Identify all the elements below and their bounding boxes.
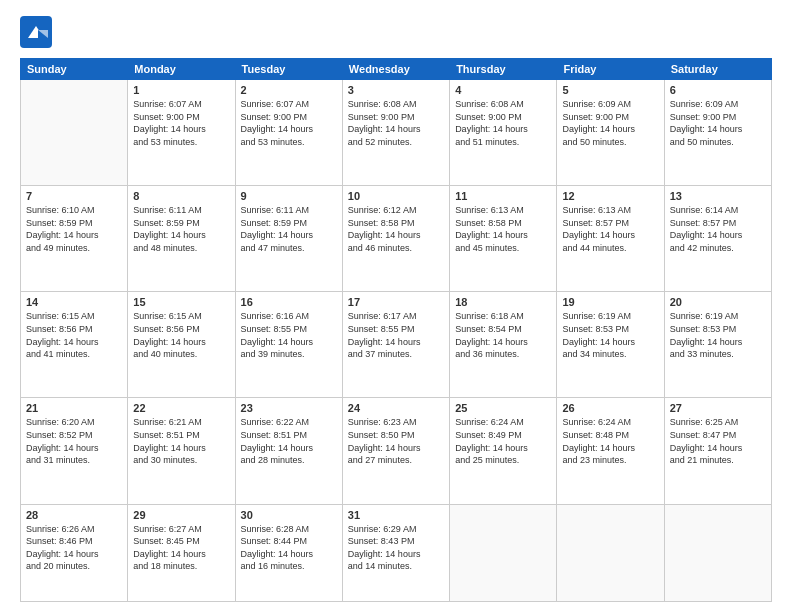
calendar-cell: 13Sunrise: 6:14 AMSunset: 8:57 PMDayligh… (664, 186, 771, 292)
sunset-text: Sunset: 8:59 PM (26, 218, 93, 228)
daylight-text2: and 53 minutes. (133, 137, 197, 147)
daylight-text2: and 14 minutes. (348, 561, 412, 571)
day-info: Sunrise: 6:22 AMSunset: 8:51 PMDaylight:… (241, 416, 337, 466)
daylight-text: Daylight: 14 hours (133, 124, 206, 134)
calendar-cell: 25Sunrise: 6:24 AMSunset: 8:49 PMDayligh… (450, 398, 557, 504)
sunrise-text: Sunrise: 6:20 AM (26, 417, 95, 427)
calendar-cell: 23Sunrise: 6:22 AMSunset: 8:51 PMDayligh… (235, 398, 342, 504)
day-number: 15 (133, 296, 229, 308)
day-info: Sunrise: 6:18 AMSunset: 8:54 PMDaylight:… (455, 310, 551, 360)
daylight-text: Daylight: 14 hours (26, 443, 99, 453)
day-number: 22 (133, 402, 229, 414)
calendar-cell: 2Sunrise: 6:07 AMSunset: 9:00 PMDaylight… (235, 80, 342, 186)
daylight-text2: and 39 minutes. (241, 349, 305, 359)
daylight-text2: and 36 minutes. (455, 349, 519, 359)
weekday-header: Tuesday (235, 59, 342, 80)
calendar-cell (664, 504, 771, 601)
daylight-text: Daylight: 14 hours (348, 549, 421, 559)
day-info: Sunrise: 6:19 AMSunset: 8:53 PMDaylight:… (670, 310, 766, 360)
sunrise-text: Sunrise: 6:11 AM (241, 205, 310, 215)
sunset-text: Sunset: 8:54 PM (455, 324, 522, 334)
sunset-text: Sunset: 8:57 PM (562, 218, 629, 228)
sunrise-text: Sunrise: 6:29 AM (348, 524, 417, 534)
daylight-text: Daylight: 14 hours (348, 230, 421, 240)
sunset-text: Sunset: 9:00 PM (670, 112, 737, 122)
day-info: Sunrise: 6:29 AMSunset: 8:43 PMDaylight:… (348, 523, 444, 573)
daylight-text2: and 27 minutes. (348, 455, 412, 465)
sunset-text: Sunset: 8:45 PM (133, 536, 200, 546)
calendar-cell: 24Sunrise: 6:23 AMSunset: 8:50 PMDayligh… (342, 398, 449, 504)
calendar-table: SundayMondayTuesdayWednesdayThursdayFrid… (20, 58, 772, 602)
calendar-cell: 8Sunrise: 6:11 AMSunset: 8:59 PMDaylight… (128, 186, 235, 292)
day-number: 3 (348, 84, 444, 96)
day-info: Sunrise: 6:21 AMSunset: 8:51 PMDaylight:… (133, 416, 229, 466)
weekday-header: Thursday (450, 59, 557, 80)
day-info: Sunrise: 6:12 AMSunset: 8:58 PMDaylight:… (348, 204, 444, 254)
daylight-text: Daylight: 14 hours (133, 230, 206, 240)
day-number: 29 (133, 509, 229, 521)
day-number: 5 (562, 84, 658, 96)
sunrise-text: Sunrise: 6:09 AM (562, 99, 631, 109)
daylight-text2: and 18 minutes. (133, 561, 197, 571)
sunrise-text: Sunrise: 6:19 AM (562, 311, 631, 321)
calendar-week-row: 14Sunrise: 6:15 AMSunset: 8:56 PMDayligh… (21, 292, 772, 398)
sunrise-text: Sunrise: 6:15 AM (26, 311, 95, 321)
day-number: 8 (133, 190, 229, 202)
header (20, 16, 772, 48)
day-number: 1 (133, 84, 229, 96)
daylight-text2: and 25 minutes. (455, 455, 519, 465)
calendar-cell: 31Sunrise: 6:29 AMSunset: 8:43 PMDayligh… (342, 504, 449, 601)
day-number: 16 (241, 296, 337, 308)
sunset-text: Sunset: 8:58 PM (455, 218, 522, 228)
day-number: 26 (562, 402, 658, 414)
daylight-text2: and 23 minutes. (562, 455, 626, 465)
sunset-text: Sunset: 8:53 PM (562, 324, 629, 334)
day-info: Sunrise: 6:19 AMSunset: 8:53 PMDaylight:… (562, 310, 658, 360)
day-info: Sunrise: 6:13 AMSunset: 8:58 PMDaylight:… (455, 204, 551, 254)
day-info: Sunrise: 6:25 AMSunset: 8:47 PMDaylight:… (670, 416, 766, 466)
calendar-week-row: 1Sunrise: 6:07 AMSunset: 9:00 PMDaylight… (21, 80, 772, 186)
day-info: Sunrise: 6:24 AMSunset: 8:49 PMDaylight:… (455, 416, 551, 466)
daylight-text2: and 37 minutes. (348, 349, 412, 359)
calendar-cell: 27Sunrise: 6:25 AMSunset: 8:47 PMDayligh… (664, 398, 771, 504)
sunset-text: Sunset: 8:50 PM (348, 430, 415, 440)
day-info: Sunrise: 6:14 AMSunset: 8:57 PMDaylight:… (670, 204, 766, 254)
daylight-text: Daylight: 14 hours (670, 124, 743, 134)
sunset-text: Sunset: 8:59 PM (241, 218, 308, 228)
sunrise-text: Sunrise: 6:23 AM (348, 417, 417, 427)
day-number: 27 (670, 402, 766, 414)
sunset-text: Sunset: 9:00 PM (348, 112, 415, 122)
day-number: 18 (455, 296, 551, 308)
day-number: 14 (26, 296, 122, 308)
calendar-cell: 15Sunrise: 6:15 AMSunset: 8:56 PMDayligh… (128, 292, 235, 398)
sunset-text: Sunset: 8:58 PM (348, 218, 415, 228)
day-info: Sunrise: 6:17 AMSunset: 8:55 PMDaylight:… (348, 310, 444, 360)
calendar-cell (21, 80, 128, 186)
daylight-text2: and 30 minutes. (133, 455, 197, 465)
daylight-text: Daylight: 14 hours (26, 337, 99, 347)
calendar-cell: 26Sunrise: 6:24 AMSunset: 8:48 PMDayligh… (557, 398, 664, 504)
sunrise-text: Sunrise: 6:25 AM (670, 417, 739, 427)
daylight-text2: and 44 minutes. (562, 243, 626, 253)
weekday-header: Saturday (664, 59, 771, 80)
daylight-text: Daylight: 14 hours (133, 549, 206, 559)
sunrise-text: Sunrise: 6:26 AM (26, 524, 95, 534)
day-number: 9 (241, 190, 337, 202)
calendar-week-row: 7Sunrise: 6:10 AMSunset: 8:59 PMDaylight… (21, 186, 772, 292)
sunrise-text: Sunrise: 6:13 AM (562, 205, 631, 215)
sunrise-text: Sunrise: 6:07 AM (133, 99, 202, 109)
daylight-text2: and 41 minutes. (26, 349, 90, 359)
weekday-header: Friday (557, 59, 664, 80)
day-number: 28 (26, 509, 122, 521)
calendar-cell: 10Sunrise: 6:12 AMSunset: 8:58 PMDayligh… (342, 186, 449, 292)
calendar-header: SundayMondayTuesdayWednesdayThursdayFrid… (21, 59, 772, 80)
day-info: Sunrise: 6:13 AMSunset: 8:57 PMDaylight:… (562, 204, 658, 254)
sunset-text: Sunset: 8:46 PM (26, 536, 93, 546)
calendar-cell: 17Sunrise: 6:17 AMSunset: 8:55 PMDayligh… (342, 292, 449, 398)
calendar-cell: 20Sunrise: 6:19 AMSunset: 8:53 PMDayligh… (664, 292, 771, 398)
weekday-header: Wednesday (342, 59, 449, 80)
daylight-text: Daylight: 14 hours (241, 230, 314, 240)
sunrise-text: Sunrise: 6:12 AM (348, 205, 417, 215)
daylight-text2: and 50 minutes. (670, 137, 734, 147)
calendar-cell: 1Sunrise: 6:07 AMSunset: 9:00 PMDaylight… (128, 80, 235, 186)
